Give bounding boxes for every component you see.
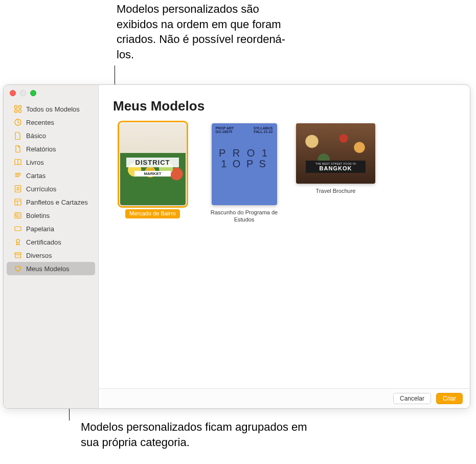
callout-top: Modelos personalizados são exibidos na o… bbox=[117, 2, 301, 62]
template-grid: DISTRICT MARKET Mercado de Bairro PROP A… bbox=[113, 123, 456, 224]
sidebar-item-label: Panfletos e Cartazes bbox=[26, 198, 88, 206]
lines-icon bbox=[14, 171, 22, 180]
heart-icon bbox=[14, 264, 22, 273]
sidebar-item-flyers[interactable]: Panfletos e Cartazes bbox=[7, 195, 95, 209]
sidebar-item-all-templates[interactable]: Todos os Modelos bbox=[7, 102, 95, 116]
person-icon bbox=[14, 185, 22, 193]
thumb-word-l1: P R O 1 bbox=[212, 148, 277, 159]
sidebar: Todos os Modelos Recentes Básico Relatór… bbox=[4, 85, 99, 408]
newspaper-icon bbox=[14, 211, 22, 219]
sidebar-item-label: Papelaria bbox=[26, 225, 54, 233]
sidebar-item-newsletters[interactable]: Boletins bbox=[7, 209, 95, 222]
book-icon bbox=[14, 158, 22, 166]
sidebar-item-letters[interactable]: Cartas bbox=[7, 169, 95, 182]
svg-rect-2 bbox=[15, 110, 17, 113]
clock-icon bbox=[14, 118, 22, 126]
sidebar-item-label: Relatórios bbox=[26, 145, 56, 153]
document-icon bbox=[14, 131, 22, 140]
window-traffic-lights bbox=[10, 90, 36, 96]
thumb-hdr-left: PROP ART GO-10875 bbox=[216, 126, 234, 134]
sidebar-item-certificates[interactable]: Certificados bbox=[7, 235, 95, 249]
sidebar-item-books[interactable]: Livros bbox=[7, 156, 95, 169]
thumb-small: THE BEST STREET FOOD IN bbox=[307, 162, 365, 165]
thumb-hdr-right: SYLLABUS FALL 21-22 bbox=[254, 126, 273, 134]
sidebar-item-my-templates[interactable]: Meus Modelos bbox=[7, 262, 95, 275]
svg-rect-7 bbox=[15, 199, 21, 205]
sidebar-item-resumes[interactable]: Currículos bbox=[7, 182, 95, 195]
svg-point-10 bbox=[16, 239, 19, 242]
svg-rect-1 bbox=[19, 106, 21, 108]
template-label: Rascunho do Programa de Estudos bbox=[209, 209, 280, 224]
create-button[interactable]: Criar bbox=[436, 393, 463, 404]
template-card-rascunho[interactable]: PROP ART GO-10875 SYLLABUS FALL 21-22 P … bbox=[205, 123, 284, 224]
sidebar-item-reports[interactable]: Relatórios bbox=[7, 142, 95, 156]
thumb-big: BANGKOK bbox=[307, 165, 365, 171]
sidebar-item-label: Livros bbox=[26, 159, 44, 166]
thumb-title: DISTRICT bbox=[126, 158, 178, 167]
template-thumb: PROP ART GO-10875 SYLLABUS FALL 21-22 P … bbox=[212, 123, 277, 205]
sidebar-item-stationery[interactable]: Papelaria bbox=[7, 222, 95, 235]
callout-bottom: Modelos personalizados ficam agrupados e… bbox=[81, 419, 311, 450]
close-window-button[interactable] bbox=[10, 90, 16, 96]
sidebar-item-label: Boletins bbox=[26, 212, 50, 219]
minimize-window-button[interactable] bbox=[20, 90, 26, 96]
sidebar-item-label: Diversos bbox=[26, 252, 52, 259]
document-fold-icon bbox=[14, 145, 22, 153]
template-card-mercado[interactable]: DISTRICT MARKET Mercado de Bairro bbox=[113, 123, 192, 218]
svg-rect-9 bbox=[15, 227, 21, 231]
template-chooser-window: Todos os Modelos Recentes Básico Relatór… bbox=[3, 84, 470, 409]
footer: Cancelar Criar bbox=[99, 388, 470, 408]
sidebar-item-misc[interactable]: Diversos bbox=[7, 249, 95, 262]
sidebar-item-recents[interactable]: Recentes bbox=[7, 116, 95, 129]
main-pane: Meus Modelos DISTRICT MARKET Mercado de … bbox=[99, 85, 470, 408]
template-thumb: THE BEST STREET FOOD IN BANGKOK bbox=[296, 123, 375, 184]
svg-rect-3 bbox=[19, 110, 21, 113]
sidebar-item-label: Básico bbox=[26, 132, 46, 140]
layout-icon bbox=[14, 198, 22, 206]
svg-point-6 bbox=[17, 187, 19, 189]
template-grid-area: Meus Modelos DISTRICT MARKET Mercado de … bbox=[99, 85, 470, 388]
sidebar-item-label: Recentes bbox=[26, 119, 54, 126]
zoom-window-button[interactable] bbox=[30, 90, 36, 96]
template-label: Travel Brochure bbox=[316, 188, 356, 195]
sidebar-item-label: Todos os Modelos bbox=[26, 105, 80, 113]
template-thumb: DISTRICT MARKET bbox=[120, 123, 186, 205]
sidebar-item-basic[interactable]: Básico bbox=[7, 129, 95, 142]
svg-rect-11 bbox=[15, 253, 21, 254]
sidebar-item-label: Cartas bbox=[26, 172, 46, 180]
sidebar-item-label: Currículos bbox=[26, 185, 56, 193]
archive-icon bbox=[14, 251, 22, 259]
cancel-button[interactable]: Cancelar bbox=[393, 393, 431, 404]
sidebar-item-label: Certificados bbox=[26, 238, 61, 246]
svg-rect-0 bbox=[15, 106, 17, 108]
ribbon-icon bbox=[14, 238, 22, 246]
thumb-subtitle: MARKET bbox=[134, 171, 171, 176]
template-label: Mercado de Bairro bbox=[125, 209, 180, 218]
thumb-word-l2: 1 O P S bbox=[212, 159, 277, 169]
grid-icon bbox=[14, 105, 22, 113]
sidebar-item-label: Meus Modelos bbox=[26, 265, 70, 273]
template-card-travel[interactable]: THE BEST STREET FOOD IN BANGKOK Travel B… bbox=[296, 123, 375, 195]
card-icon bbox=[14, 225, 22, 233]
page-title: Meus Modelos bbox=[113, 98, 456, 114]
